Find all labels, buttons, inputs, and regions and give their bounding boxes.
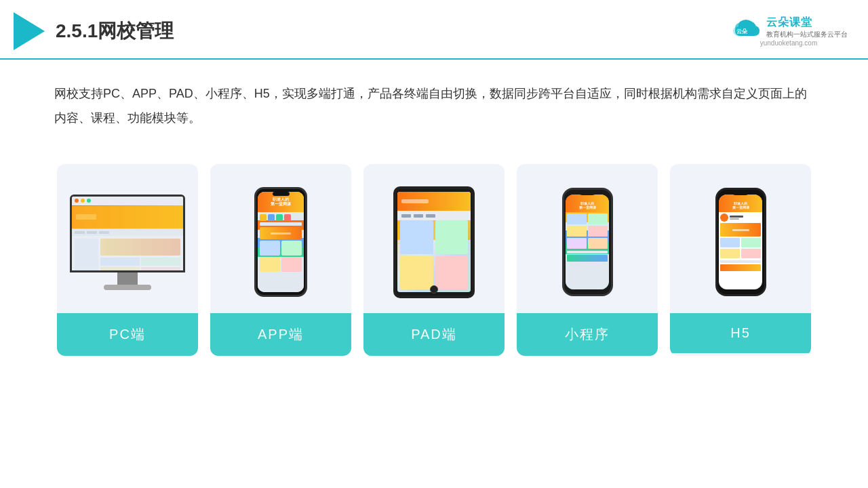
- pc-monitor-icon: [70, 195, 185, 290]
- card-app: 职途人的第一堂网课: [210, 164, 351, 356]
- card-pad-image: [363, 164, 505, 313]
- card-app-label: APP端: [210, 313, 351, 356]
- description-text: 网校支持PC、APP、PAD、小程序、H5，实现多端打通，产品各终端自由切换，数…: [0, 60, 868, 144]
- h5-phone-icon: 职途人的第一堂网课: [715, 188, 766, 296]
- brand-slogan: 教育机构一站式服务云平台: [766, 30, 848, 39]
- description-paragraph: 网校支持PC、APP、PAD、小程序、H5，实现多端打通，产品各终端自由切换，数…: [54, 81, 814, 130]
- pad-tablet-icon: [393, 186, 475, 298]
- brand-text: 云朵课堂 教育机构一站式服务云平台: [766, 16, 848, 39]
- page-title: 2.5.1网校管理: [56, 18, 174, 44]
- card-app-image: 职途人的第一堂网课: [210, 164, 351, 313]
- header-left: 2.5.1网校管理: [14, 12, 174, 50]
- card-pad-label: PAD端: [363, 313, 505, 356]
- app-phone-icon: 职途人的第一堂网课: [254, 187, 307, 297]
- card-miniapp-image: 职途人的第一堂网课: [517, 164, 658, 313]
- brand-logo: 云朵 云朵课堂 教育机构一站式服务云平台: [730, 16, 848, 39]
- cloud-icon: 云朵: [730, 17, 762, 39]
- header: 2.5.1网校管理 云朵 云朵课堂 教育机构一站式服务云平台 yunduoket…: [0, 0, 868, 60]
- cards-container: PC端 职途人的第一堂网课: [0, 150, 868, 369]
- svg-text:云朵: 云朵: [736, 28, 748, 35]
- header-right: 云朵 云朵课堂 教育机构一站式服务云平台 yunduoketang.com: [730, 16, 848, 47]
- card-h5: 职途人的第一堂网课: [670, 164, 811, 356]
- brand-name: 云朵课堂: [766, 16, 812, 30]
- card-miniapp: 职途人的第一堂网课: [517, 164, 658, 356]
- card-pad: PAD端: [363, 164, 505, 356]
- card-pc-image: [57, 164, 198, 313]
- logo-triangle-icon: [14, 12, 45, 50]
- card-h5-image: 职途人的第一堂网课: [670, 164, 811, 313]
- card-miniapp-label: 小程序: [517, 313, 658, 356]
- brand-url: yunduoketang.com: [760, 39, 818, 47]
- miniapp-phone-icon: 职途人的第一堂网课: [562, 188, 613, 296]
- card-h5-label: H5: [670, 313, 811, 353]
- card-pc: PC端: [57, 164, 198, 356]
- card-pc-label: PC端: [57, 313, 198, 356]
